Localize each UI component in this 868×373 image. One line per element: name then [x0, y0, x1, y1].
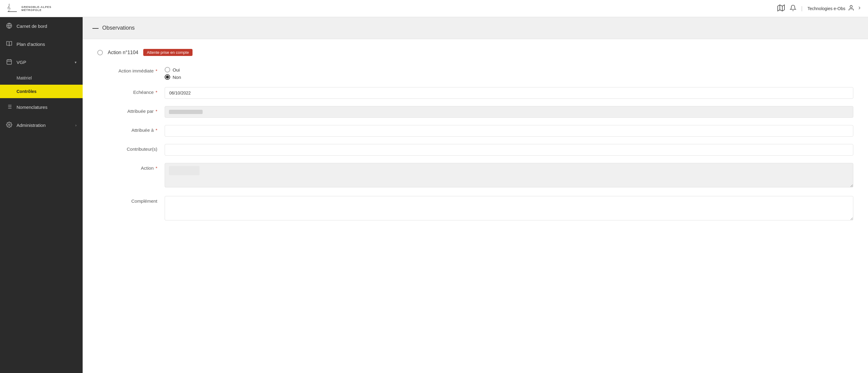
sidebar-item-plan[interactable]: Plan d'actions	[0, 35, 83, 53]
globe-icon	[6, 23, 12, 30]
action-textarea[interactable]	[165, 163, 853, 188]
control-complement	[165, 196, 853, 222]
action-status-badge: Attente prise en compte	[143, 49, 192, 56]
echeance-input[interactable]	[165, 87, 853, 99]
control-action	[165, 163, 853, 189]
contributeurs-input[interactable]	[165, 144, 853, 156]
book-icon	[6, 41, 12, 48]
attribuee-par-loader	[169, 110, 203, 114]
svg-marker-2	[778, 5, 784, 11]
sidebar-label-carnet: Carnet de bord	[17, 24, 47, 29]
control-contributeurs	[165, 144, 853, 156]
sidebar-label-nomenclatures: Nomenclatures	[17, 105, 48, 110]
logo-image: 𝄞	[6, 2, 18, 15]
calendar-icon	[6, 59, 12, 66]
user-chevron-icon	[857, 5, 862, 11]
form-row-attribuee-a: Attribuée à *	[97, 125, 853, 137]
form-row-action: Action *	[97, 163, 853, 189]
form-row-contributeurs: Contributeur(s)	[97, 144, 853, 156]
control-attribuee-par	[165, 106, 853, 118]
action-radio-selector[interactable]	[97, 50, 103, 55]
form-row-complement: Complément	[97, 196, 853, 222]
control-echeance	[165, 87, 853, 99]
sidebar-label-materiel: Matériel	[17, 75, 32, 80]
label-attribuee-par: Attribuée par *	[97, 106, 165, 114]
user-name-label: Technologies e-Obs	[807, 6, 845, 11]
sidebar-item-nomenclatures[interactable]: Nomenclatures	[0, 98, 83, 116]
user-avatar	[848, 5, 855, 12]
section-header-dash: —	[92, 25, 98, 32]
svg-point-5	[850, 5, 852, 8]
header-divider: |	[801, 5, 803, 12]
svg-point-18	[8, 124, 10, 126]
action-textarea-block	[169, 166, 199, 175]
logo-area: 𝄞 GRENOBLE-ALPES MÉTROPOLE	[6, 2, 52, 15]
svg-rect-8	[7, 60, 12, 64]
sidebar-label-plan: Plan d'actions	[17, 42, 45, 47]
form-row-action-immediate: Action immédiate * Oui Non	[97, 66, 853, 80]
attribuee-par-input[interactable]	[165, 106, 853, 118]
label-echeance: Echéance *	[97, 87, 165, 95]
label-attribuee-a: Attribuée à *	[97, 125, 165, 133]
sidebar-item-vgp[interactable]: VGP ▾	[0, 53, 83, 71]
action-textarea-wrapper	[165, 163, 853, 189]
form-area: Action n°1104 Attente prise en compte Ac…	[83, 39, 868, 239]
gear-icon	[6, 122, 12, 129]
radio-group-action-immediate: Oui Non	[165, 66, 853, 80]
attribuee-par-wrapper	[165, 106, 853, 118]
control-attribuee-a	[165, 125, 853, 137]
radio-oui[interactable]: Oui	[165, 67, 853, 72]
vgp-chevron-down-icon: ▾	[75, 60, 76, 65]
section-header-title: Observations	[102, 25, 135, 31]
sidebar-label-vgp: VGP	[17, 60, 26, 65]
control-action-immediate: Oui Non	[165, 66, 853, 80]
main-content: — Observations Action n°1104 Attente pri…	[83, 17, 868, 373]
sidebar-item-materiel[interactable]: Matériel	[0, 71, 83, 85]
header-user[interactable]: Technologies e-Obs	[807, 5, 862, 12]
sidebar-label-administration: Administration	[17, 123, 45, 128]
label-action-immediate: Action immédiate *	[97, 66, 165, 73]
form-row-echeance: Echéance *	[97, 87, 853, 99]
list-icon	[6, 104, 12, 111]
top-header: 𝄞 GRENOBLE-ALPES MÉTROPOLE | Technolo	[0, 0, 868, 17]
administration-chevron-right-icon: ›	[75, 123, 76, 128]
label-contributeurs: Contributeur(s)	[97, 144, 165, 151]
map-icon[interactable]	[777, 4, 785, 13]
form-row-attribuee-par: Attribuée par *	[97, 106, 853, 118]
action-number-label: Action n°1104	[108, 50, 138, 55]
label-complement: Complément	[97, 196, 165, 204]
svg-text:𝄞: 𝄞	[7, 4, 11, 12]
bell-icon[interactable]	[789, 5, 796, 12]
sidebar-label-controles: Contrôles	[17, 89, 36, 94]
sidebar: Carnet de bord Plan d'actions	[0, 17, 83, 373]
section-header: — Observations	[83, 17, 868, 39]
action-row: Action n°1104 Attente prise en compte	[97, 49, 853, 56]
logo-text: GRENOBLE-ALPES MÉTROPOLE	[22, 5, 52, 12]
header-right: | Technologies e-Obs	[777, 4, 862, 13]
label-action: Action *	[97, 163, 165, 171]
sidebar-item-carnet[interactable]: Carnet de bord	[0, 17, 83, 35]
sidebar-item-controles[interactable]: Contrôles	[0, 85, 83, 98]
radio-circle-oui	[165, 67, 170, 72]
radio-circle-non	[165, 74, 170, 80]
attribuee-a-input[interactable]	[165, 125, 853, 137]
sidebar-item-administration[interactable]: Administration ›	[0, 116, 83, 134]
complement-textarea[interactable]	[165, 196, 853, 221]
radio-non[interactable]: Non	[165, 74, 853, 80]
